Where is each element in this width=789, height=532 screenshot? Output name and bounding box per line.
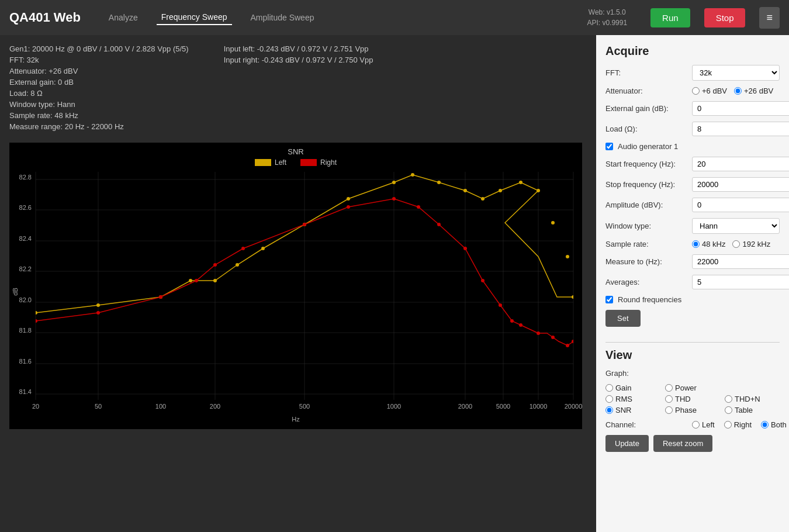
nav-frequency-sweep[interactable]: Frequency Sweep (157, 10, 232, 25)
set-button[interactable]: Set (605, 310, 641, 327)
channel-right-label[interactable]: Right (724, 420, 752, 429)
run-button[interactable]: Run (650, 8, 690, 27)
channel-left-radio[interactable] (692, 421, 700, 429)
att-26-label[interactable]: +26 dBV (734, 87, 773, 95)
att-26-text: +26 dBV (744, 87, 773, 95)
svg-text:81.6: 81.6 (19, 358, 32, 365)
fft-info: FFT: 32k (9, 56, 189, 64)
ext-gain-info: External gain: 0 dB (9, 78, 189, 87)
att-26-radio[interactable] (734, 87, 742, 95)
ext-gain-label: External gain (dB): (605, 104, 687, 113)
window-select[interactable]: Hann Flat Top Blackman Rectangular (692, 218, 780, 234)
menu-button[interactable]: ≡ (759, 7, 780, 29)
svg-point-46 (392, 181, 396, 184)
update-button[interactable]: Update (605, 435, 649, 452)
channel-left-label[interactable]: Left (692, 420, 715, 429)
graph-thdn-label[interactable]: THD+N (725, 395, 780, 403)
svg-text:dB: dB (12, 288, 19, 295)
svg-point-58 (96, 311, 100, 315)
load-info: Load: 8 Ω (9, 89, 189, 98)
attenuator-row: Attenuator: +6 dBV +26 dBV (605, 87, 780, 95)
graph-gain-radio[interactable] (605, 384, 613, 392)
fft-row: FFT: 32k 64k 16k 8k (605, 65, 780, 81)
graph-label-row: Graph: (605, 369, 780, 378)
graph-phase-label[interactable]: Phase (665, 406, 720, 414)
sr-192-label[interactable]: 192 kHz (732, 240, 770, 248)
svg-text:82.6: 82.6 (19, 204, 32, 211)
chart-container: SNR Left Right 82.8 (9, 143, 582, 429)
round-freq-checkbox[interactable] (605, 296, 613, 303)
version-line2: API: v0.9991 (587, 18, 627, 28)
averages-input[interactable] (692, 275, 789, 289)
svg-point-47 (411, 173, 414, 177)
sample-rate-label: Sample rate: (605, 240, 687, 248)
graph-thdn-radio[interactable] (725, 395, 732, 403)
attenuator-label: Attenuator: (605, 87, 687, 95)
reset-zoom-button[interactable]: Reset zoom (653, 435, 712, 452)
svg-point-37 (34, 311, 37, 315)
load-input[interactable] (692, 122, 789, 136)
channel-row: Channel: Left Right Both (605, 420, 780, 429)
start-freq-input[interactable] (692, 157, 789, 171)
graph-table-label[interactable]: Table (725, 406, 780, 414)
sample-rate-radio-group: 48 kHz 192 kHz (692, 240, 770, 248)
stop-freq-input[interactable] (692, 177, 789, 192)
graph-thd-radio[interactable] (665, 395, 673, 403)
svg-point-55 (566, 255, 569, 258)
svg-point-41 (213, 279, 217, 282)
gen1-info: Gen1: 20000 Hz @ 0 dBV / 1.000 V / 2.828… (9, 44, 189, 53)
svg-point-65 (392, 197, 396, 201)
graph-snr-radio[interactable] (605, 406, 613, 414)
svg-point-57 (34, 319, 37, 323)
svg-point-45 (347, 197, 350, 201)
graph-table-radio[interactable] (725, 406, 732, 414)
svg-point-40 (189, 279, 192, 282)
fft-select[interactable]: 32k 64k 16k 8k (692, 65, 780, 81)
graph-thd-label[interactable]: THD (665, 395, 720, 403)
channel-right-radio[interactable] (724, 421, 732, 429)
sample-rate-row: Sample rate: 48 kHz 192 kHz (605, 240, 780, 248)
svg-text:82.4: 82.4 (19, 235, 32, 242)
amplitude-input[interactable] (692, 198, 789, 212)
stop-freq-label: Stop frequency (Hz): (605, 180, 687, 189)
channel-both-radio[interactable] (761, 421, 769, 429)
graph-power-radio[interactable] (665, 384, 673, 392)
nav-amplitude-sweep[interactable]: Amplitude Sweep (246, 11, 319, 25)
channel-both-label[interactable]: Both (761, 420, 787, 429)
ext-gain-input[interactable] (692, 101, 789, 116)
graph-gain-label[interactable]: Gain (605, 384, 660, 392)
ext-gain-row: External gain (dB): (605, 101, 780, 116)
input-left-info: Input left: -0.243 dBV / 0.972 V / 2.751… (224, 44, 373, 53)
att-6-label[interactable]: +6 dBV (692, 87, 727, 95)
audio-gen-row: Audio generator 1 (605, 142, 780, 151)
nav-analyze[interactable]: Analyze (104, 11, 143, 25)
svg-point-42 (236, 263, 239, 267)
graph-power-label[interactable]: Power (665, 384, 720, 392)
input-right-info: Input right: -0.243 dBV / 0.972 V / 2.75… (224, 56, 373, 64)
window-label: Window type: (605, 222, 687, 230)
graph-rms-label[interactable]: RMS (605, 395, 660, 403)
svg-point-49 (463, 189, 467, 192)
chart-svg: 82.8 82.6 82.4 82.2 82.0 81.8 81.6 81.4 … (9, 169, 582, 414)
sr-48-label[interactable]: 48 kHz (692, 240, 725, 248)
graph-snr-label[interactable]: SNR (605, 406, 660, 414)
sr-48-radio[interactable] (692, 240, 700, 248)
measure-to-input[interactable] (692, 254, 789, 269)
svg-text:2000: 2000 (458, 403, 472, 410)
sr-192-radio[interactable] (732, 240, 740, 248)
sr-192-text: 192 kHz (742, 240, 770, 248)
svg-point-50 (481, 197, 485, 201)
channel-options: Left Right Both (692, 420, 787, 429)
graph-phase-radio[interactable] (665, 406, 673, 414)
stop-button[interactable]: Stop (704, 8, 746, 27)
left-info-col: Gen1: 20000 Hz @ 0 dBV / 1.000 V / 2.828… (9, 44, 189, 133)
svg-text:1000: 1000 (387, 403, 401, 410)
chart-legend: Left Right (9, 158, 582, 167)
att-6-radio[interactable] (692, 87, 700, 95)
audio-gen-checkbox[interactable] (605, 143, 613, 150)
svg-point-62 (241, 247, 245, 250)
svg-point-70 (499, 303, 502, 307)
version-info: Web: v1.5.0 API: v0.9991 (587, 7, 627, 28)
graph-rms-radio[interactable] (605, 395, 613, 403)
svg-point-56 (572, 295, 575, 299)
